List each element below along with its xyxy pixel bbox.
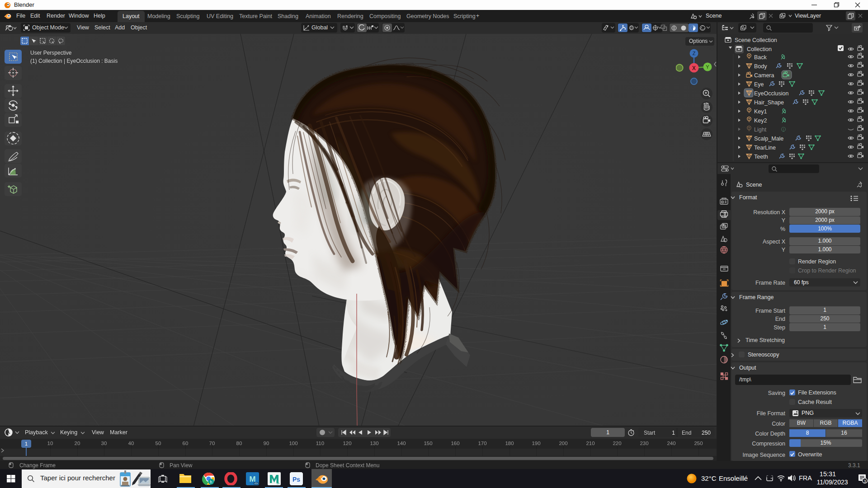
svg-text:Key2: Key2 xyxy=(754,117,767,124)
svg-text:Teeth: Teeth xyxy=(754,154,768,160)
svg-text:Camera: Camera xyxy=(754,72,774,79)
svg-text:Eye: Eye xyxy=(754,81,764,88)
svg-text:Back: Back xyxy=(754,54,767,61)
svg-text:EyeOcclusion: EyeOcclusion xyxy=(754,90,788,97)
svg-text:Body: Body xyxy=(754,63,767,70)
svg-text:ATA: ATA xyxy=(254,483,258,485)
svg-text:3: 3 xyxy=(863,479,866,483)
svg-text:TearLine: TearLine xyxy=(754,145,776,151)
svg-text:X: X xyxy=(692,65,696,71)
svg-text:h: h xyxy=(210,480,212,484)
svg-text:MA: MA xyxy=(277,483,280,485)
svg-text:Light: Light xyxy=(754,127,767,133)
svg-text:Hair_Shape: Hair_Shape xyxy=(754,99,784,106)
svg-text:Key1: Key1 xyxy=(754,108,767,115)
svg-text:Y: Y xyxy=(706,64,709,70)
svg-text:Scalp_Male: Scalp_Male xyxy=(754,136,783,142)
svg-text:Z: Z xyxy=(693,51,696,56)
svg-text:Ps: Ps xyxy=(292,476,300,483)
